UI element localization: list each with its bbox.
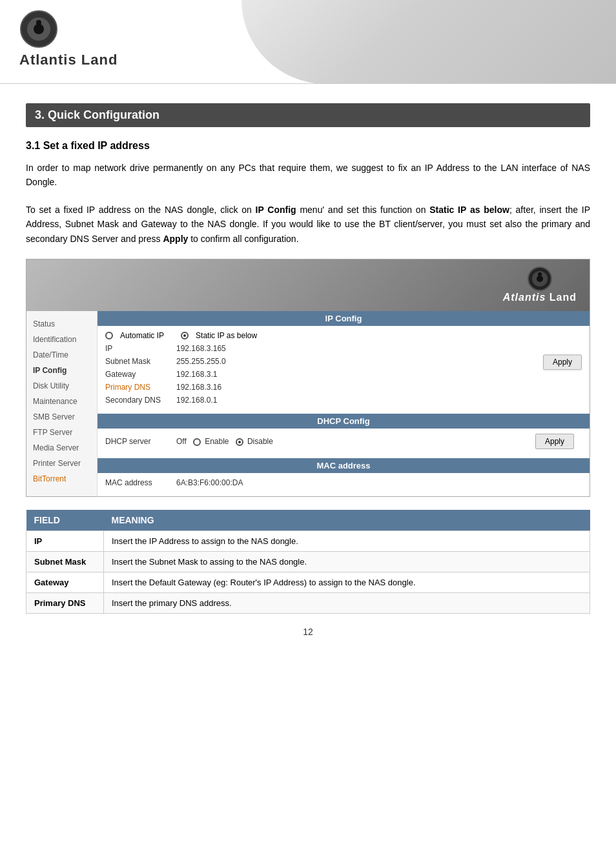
dhcp-config-content: DHCP server Off Enable Disable Apply (98, 429, 590, 458)
sidebar-item-status[interactable]: Status (26, 316, 97, 332)
subnet-mask-row: Subnet Mask 255.255.255.0 (105, 357, 582, 366)
body-paragraph-1: In order to map network drive permanentl… (26, 161, 590, 190)
dhcp-enable-radio[interactable] (193, 438, 201, 446)
ip-config-apply-button[interactable]: Apply (543, 355, 582, 370)
ip-field-label: IP (105, 344, 176, 353)
table-row: Subnet Mask Insert the Subnet Mask to as… (26, 551, 590, 572)
svg-point-2 (34, 24, 44, 34)
dhcp-config-apply-button[interactable]: Apply (535, 434, 574, 449)
header-curve (241, 0, 616, 84)
table-cell-meaning: Insert the IP Address to assign to the N… (104, 530, 590, 551)
page-header: Atlantis Land (0, 0, 616, 84)
dhcp-server-label: DHCP server (105, 437, 176, 446)
dhcp-disable-radio[interactable] (236, 438, 243, 446)
panel-logo-icon (527, 266, 553, 292)
auto-ip-label: Automatic IP (120, 331, 164, 340)
ip-mode-row: Automatic IP Static IP as below (105, 331, 582, 340)
table-cell-meaning: Insert the primary DNS address. (104, 592, 590, 613)
gateway-value: 192.168.3.1 (176, 370, 582, 379)
config-panel-body: Status Identification Date/Time IP Confi… (26, 311, 590, 496)
sidebar-item-ftpserver[interactable]: FTP Server (26, 425, 97, 440)
sidebar-item-printerserver[interactable]: Printer Server (26, 456, 97, 471)
dhcp-disable-label: Disable (247, 437, 273, 446)
sidebar-item-identification[interactable]: Identification (26, 332, 97, 347)
table-cell-field: IP (26, 530, 104, 551)
table-header-field: FIELD (26, 510, 104, 531)
static-ip-radio[interactable] (181, 332, 189, 339)
primary-dns-label: Primary DNS (105, 383, 176, 392)
secondary-dns-value: 192.168.0.1 (176, 396, 582, 405)
table-cell-field: Primary DNS (26, 592, 104, 613)
svg-point-7 (538, 272, 542, 276)
primary-dns-value: 192.168.3.16 (176, 383, 582, 392)
subnet-mask-label: Subnet Mask (105, 357, 176, 366)
gateway-label: Gateway (105, 370, 176, 379)
ip-config-section-title: IP Config (98, 311, 590, 326)
sidebar-item-mediaserver[interactable]: Media Server (26, 440, 97, 456)
table-header-meaning: MEANING (104, 510, 590, 531)
atlantis-land-logo-icon (19, 10, 58, 48)
sidebar-item-bittorrent[interactable]: BitTorrent (26, 471, 97, 487)
table-cell-field: Subnet Mask (26, 551, 104, 572)
page-number: 12 (26, 627, 590, 637)
sidebar-item-maintenance[interactable]: Maintenance (26, 394, 97, 409)
sidebar-item-smbserver[interactable]: SMB Server (26, 409, 97, 425)
dhcp-config-section-title: DHCP Config (98, 414, 590, 429)
panel-brand-name: Atlantis Land (503, 292, 577, 303)
panel-logo: Atlantis Land (503, 266, 577, 303)
table-cell-field: Gateway (26, 572, 104, 592)
ip-config-content: Automatic IP Static IP as below IP 192.1… (98, 326, 590, 414)
svg-point-3 (36, 20, 41, 25)
ip-config-section: Automatic IP Static IP as below IP 192.1… (98, 326, 590, 414)
dhcp-enable-label: Enable (205, 437, 229, 446)
sidebar-item-ipconfig[interactable]: IP Config (26, 363, 97, 378)
dhcp-config-section: DHCP server Off Enable Disable Apply (98, 429, 590, 458)
mac-address-row: MAC address 6A:B3:F6:00:00:DA (105, 478, 582, 487)
mac-address-value: 6A:B3:F6:00:00:DA (176, 478, 582, 487)
table-cell-meaning: Insert the Subnet Mask to assing to the … (104, 551, 590, 572)
gateway-row: Gateway 192.168.3.1 (105, 370, 582, 379)
table-row: Primary DNS Insert the primary DNS addre… (26, 592, 590, 613)
auto-ip-radio[interactable] (105, 332, 113, 339)
dhcp-server-value: Off Enable Disable (176, 437, 543, 446)
main-content: 3. Quick Configuration 3.1 Set a fixed I… (0, 84, 616, 656)
table-cell-meaning: Insert the Default Gateway (eg: Router's… (104, 572, 590, 592)
config-main: IP Config Automatic IP Static IP as belo… (98, 311, 590, 496)
config-sidebar: Status Identification Date/Time IP Confi… (26, 311, 98, 496)
body-paragraph-2: To set a fixed IP address on the NAS don… (26, 203, 590, 246)
dhcp-off-label: Off (176, 437, 187, 446)
mac-address-section-title: MAC address (98, 458, 590, 473)
sidebar-item-datetime[interactable]: Date/Time (26, 347, 97, 363)
mac-address-content: MAC address 6A:B3:F6:00:00:DA (98, 473, 590, 496)
brand-name: Atlantis Land (19, 52, 118, 68)
section-heading: 3. Quick Configuration (26, 103, 590, 127)
header-logo: Atlantis Land (19, 10, 118, 68)
secondary-dns-label: Secondary DNS (105, 396, 176, 405)
config-panel-header: Atlantis Land (26, 259, 590, 311)
table-row: Gateway Insert the Default Gateway (eg: … (26, 572, 590, 592)
secondary-dns-row: Secondary DNS 192.168.0.1 (105, 396, 582, 405)
field-meaning-table: FIELD MEANING IP Insert the IP Address t… (26, 510, 590, 614)
mac-address-label: MAC address (105, 478, 176, 487)
dhcp-server-row: DHCP server Off Enable Disable Apply (105, 434, 582, 449)
subsection-heading: 3.1 Set a fixed IP address (26, 140, 590, 152)
primary-dns-row: Primary DNS 192.168.3.16 (105, 383, 582, 392)
sidebar-item-diskutility[interactable]: Disk Utility (26, 378, 97, 394)
subnet-mask-value: 255.255.255.0 (176, 357, 582, 366)
static-ip-label: Static IP as below (196, 331, 257, 340)
svg-point-6 (537, 276, 543, 282)
config-panel: Atlantis Land Status Identification Date… (26, 259, 590, 497)
ip-field-value: 192.168.3.165 (176, 344, 582, 353)
table-row: IP Insert the IP Address to assign to th… (26, 530, 590, 551)
ip-field-row: IP 192.168.3.165 (105, 344, 582, 353)
